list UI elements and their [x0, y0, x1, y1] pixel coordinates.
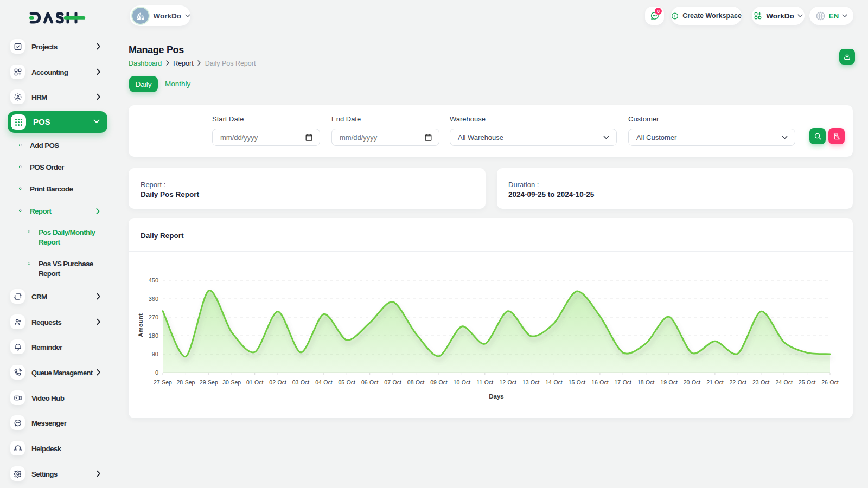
svg-text:13-Oct: 13-Oct — [522, 379, 540, 386]
svg-text:24-Oct: 24-Oct — [775, 379, 793, 386]
svg-text:02-Oct: 02-Oct — [269, 379, 286, 386]
svg-text:22-Oct: 22-Oct — [730, 379, 747, 386]
svg-text:19-Oct: 19-Oct — [660, 379, 678, 386]
svg-text:21-Oct: 21-Oct — [706, 379, 724, 386]
svg-text:27-Sep: 27-Sep — [154, 379, 172, 386]
svg-text:12-Oct: 12-Oct — [499, 379, 516, 386]
svg-text:29-Sep: 29-Sep — [200, 379, 218, 386]
svg-text:90: 90 — [152, 351, 158, 357]
svg-text:10-Oct: 10-Oct — [454, 379, 471, 386]
svg-text:18-Oct: 18-Oct — [637, 379, 655, 386]
svg-text:06-Oct: 06-Oct — [361, 379, 379, 386]
svg-text:09-Oct: 09-Oct — [430, 379, 448, 386]
svg-text:08-Oct: 08-Oct — [407, 379, 425, 386]
svg-text:20-Oct: 20-Oct — [684, 379, 701, 386]
svg-text:01-Oct: 01-Oct — [246, 379, 264, 386]
svg-text:28-Sep: 28-Sep — [176, 379, 195, 386]
svg-text:03-Oct: 03-Oct — [292, 379, 310, 386]
svg-text:25-Oct: 25-Oct — [799, 379, 816, 386]
svg-text:Amount: Amount — [137, 313, 144, 337]
svg-text:04-Oct: 04-Oct — [315, 379, 333, 386]
svg-text:Days: Days — [489, 393, 504, 400]
svg-text:30-Sep: 30-Sep — [222, 379, 241, 386]
svg-text:16-Oct: 16-Oct — [591, 379, 609, 386]
svg-text:07-Oct: 07-Oct — [384, 379, 401, 386]
svg-text:17-Oct: 17-Oct — [615, 379, 632, 386]
svg-text:05-Oct: 05-Oct — [339, 379, 356, 386]
svg-text:180: 180 — [149, 332, 158, 339]
svg-text:26-Oct: 26-Oct — [821, 379, 839, 386]
svg-text:0: 0 — [155, 369, 158, 376]
svg-text:14-Oct: 14-Oct — [545, 379, 563, 386]
svg-text:270: 270 — [149, 314, 158, 320]
svg-text:450: 450 — [149, 277, 158, 284]
svg-text:11-Oct: 11-Oct — [476, 379, 493, 386]
svg-text:23-Oct: 23-Oct — [752, 379, 770, 386]
svg-text:15-Oct: 15-Oct — [569, 379, 586, 386]
svg-text:360: 360 — [149, 296, 158, 302]
